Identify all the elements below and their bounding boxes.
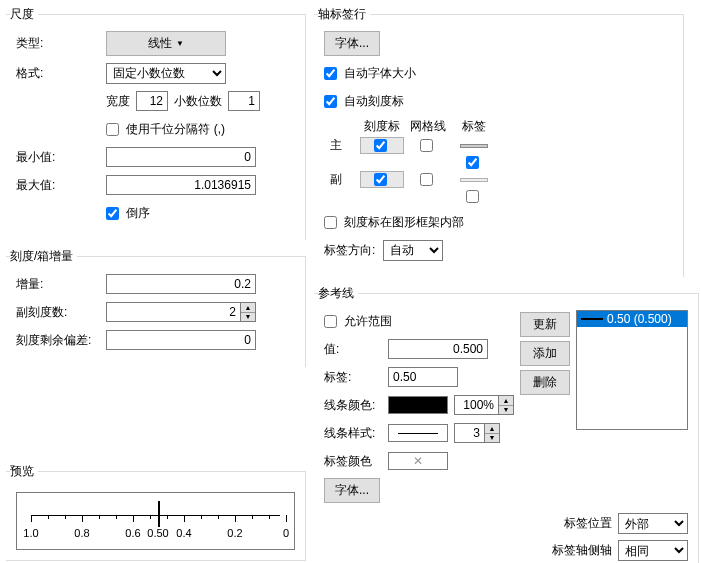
pos-label: 标签位置 <box>564 515 612 532</box>
add-button[interactable]: 添加 <box>520 341 570 366</box>
list-item[interactable]: 0.50 (0.500) <box>577 311 687 327</box>
dec-label: 小数位数 <box>174 93 222 110</box>
chevron-down-icon: ▼ <box>176 39 184 48</box>
reverse-checkbox[interactable] <box>106 207 119 220</box>
format-label: 格式: <box>16 65 106 82</box>
preview-tick-6: 0 <box>283 527 289 539</box>
max-input[interactable] <box>106 175 256 195</box>
major-grid-swatch[interactable] <box>460 144 488 148</box>
dec-input[interactable] <box>228 91 260 111</box>
preview-ref-line <box>158 501 160 527</box>
min-label: 最小值: <box>16 149 106 166</box>
type-value: 线性 <box>148 35 172 52</box>
offset-input[interactable] <box>106 330 256 350</box>
scale-legend: 尺度 <box>10 6 38 23</box>
preview-tick-5: 0.2 <box>227 527 242 539</box>
preview-tick-4: 0.4 <box>176 527 191 539</box>
increment-legend: 刻度/箱增量 <box>10 248 77 265</box>
allow-label[interactable]: 允许范围 <box>324 313 392 330</box>
value-label: 值: <box>324 341 388 358</box>
inc-input[interactable] <box>106 274 256 294</box>
inside-checkbox[interactable] <box>324 216 337 229</box>
pct-up[interactable]: ▲ <box>499 396 513 406</box>
pct-input[interactable] <box>454 395 498 415</box>
spin-down-icon[interactable]: ▼ <box>241 313 255 322</box>
type-label: 类型: <box>16 35 106 52</box>
side-select[interactable]: 相同 <box>618 540 688 561</box>
major-grid-cb[interactable] <box>420 139 433 152</box>
style-up[interactable]: ▲ <box>485 424 499 434</box>
inc-label: 增量: <box>16 276 106 293</box>
side-label: 标签轴侧轴 <box>552 542 612 559</box>
preview-legend: 预览 <box>10 463 38 480</box>
minor-grid-swatch[interactable] <box>460 178 488 182</box>
update-button[interactable]: 更新 <box>520 312 570 337</box>
label-color-swatch[interactable]: ✕ <box>388 452 448 470</box>
auto-tick-label[interactable]: 自动刻度标 <box>324 93 404 110</box>
inside-label[interactable]: 刻度标在图形框架内部 <box>324 214 464 231</box>
list-item-text: 0.50 (0.500) <box>607 312 672 326</box>
hdr-tick: 刻度标 <box>360 118 404 135</box>
axis-group: 轴标签行 字体... 自动字体大小 自动刻度标 刻度标 网格线 <box>314 6 684 277</box>
major-label-cb[interactable] <box>466 156 479 169</box>
ref-font-button[interactable]: 字体... <box>324 478 380 503</box>
increment-group: 刻度/箱增量 增量: 副刻度数: ▲ ▼ 刻度剩余偏差: <box>6 248 306 367</box>
ref-group: 参考线 允许范围 值: 标签: <box>314 285 699 563</box>
type-dropdown[interactable]: 线性 ▼ <box>106 31 226 56</box>
preview-tick-3: 0.50 <box>147 527 168 539</box>
orient-select[interactable]: 自动 <box>383 240 443 261</box>
lblcolor-label: 标签颜色 <box>324 453 388 470</box>
allow-checkbox[interactable] <box>324 315 337 328</box>
minor-label-cb[interactable] <box>466 190 479 203</box>
line-color-swatch[interactable] <box>388 396 448 414</box>
axis-font-button[interactable]: 字体... <box>324 31 380 56</box>
preview-canvas: 1.0 0.8 0.6 0.50 0.4 0.2 0 <box>16 492 295 550</box>
rlabel-input[interactable] <box>388 367 458 387</box>
style-down[interactable]: ▼ <box>485 434 499 443</box>
preview-tick-0: 1.0 <box>23 527 38 539</box>
row-major-label: 主 <box>330 137 358 154</box>
preview-tick-1: 0.8 <box>74 527 89 539</box>
rlabel-label: 标签: <box>324 369 388 386</box>
axis-legend: 轴标签行 <box>318 6 370 23</box>
ref-listbox[interactable]: 0.50 (0.500) <box>576 310 688 430</box>
line-style-sample[interactable] <box>388 424 448 442</box>
thousands-checkbox[interactable] <box>106 123 119 136</box>
format-select[interactable]: 固定小数位数 <box>106 63 226 84</box>
hdr-label: 标签 <box>452 118 496 135</box>
thousands-checkbox-label[interactable]: 使用千位分隔符 (,) <box>106 121 225 138</box>
minor-tick-cb[interactable] <box>374 173 387 186</box>
minor-spinner[interactable]: ▲ ▼ <box>106 302 256 322</box>
style-label: 线条样式: <box>324 425 388 442</box>
spin-up-icon[interactable]: ▲ <box>241 303 255 313</box>
orient-label: 标签方向: <box>324 242 375 259</box>
auto-font-label[interactable]: 自动字体大小 <box>324 65 416 82</box>
width-input[interactable] <box>136 91 168 111</box>
auto-font-checkbox[interactable] <box>324 67 337 80</box>
ref-legend: 参考线 <box>318 285 358 302</box>
style-input[interactable] <box>454 423 484 443</box>
scale-group: 尺度 类型: 线性 ▼ 格式: 固定小数位数 宽度 小数位数 <box>6 6 306 240</box>
delete-button[interactable]: 删除 <box>520 370 570 395</box>
minor-grid-cb[interactable] <box>420 173 433 186</box>
minor-input[interactable] <box>106 302 240 322</box>
offset-label: 刻度剩余偏差: <box>16 332 106 349</box>
row-minor-label: 副 <box>330 171 358 188</box>
width-label: 宽度 <box>106 93 130 110</box>
auto-tick-checkbox[interactable] <box>324 95 337 108</box>
color-label: 线条颜色: <box>324 397 388 414</box>
list-item-line-icon <box>581 318 603 320</box>
pos-select[interactable]: 外部 <box>618 513 688 534</box>
min-input[interactable] <box>106 147 256 167</box>
style-spinner[interactable]: ▲▼ <box>454 423 500 443</box>
pct-spinner[interactable]: ▲▼ <box>454 395 514 415</box>
major-tick-cb[interactable] <box>374 139 387 152</box>
hdr-grid: 网格线 <box>406 118 450 135</box>
reverse-checkbox-label[interactable]: 倒序 <box>106 205 150 222</box>
pct-down[interactable]: ▼ <box>499 406 513 415</box>
preview-tick-2: 0.6 <box>125 527 140 539</box>
minor-label: 副刻度数: <box>16 304 106 321</box>
value-input[interactable] <box>388 339 488 359</box>
preview-group: 预览 1.0 0.8 <box>6 463 306 561</box>
max-label: 最大值: <box>16 177 106 194</box>
